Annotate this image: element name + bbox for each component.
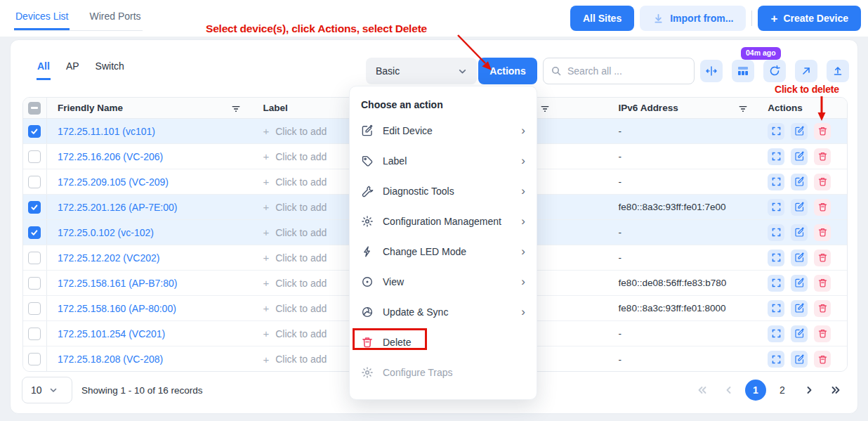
device-name-link[interactable]: 172.25.158.160 (AP-80:00) <box>58 303 176 314</box>
menu-item-view[interactable]: View› <box>350 266 537 297</box>
tab-all[interactable]: All <box>37 59 51 80</box>
add-label-button[interactable]: +Click to add <box>263 150 327 162</box>
plus-icon: + <box>263 252 269 264</box>
select-all-checkbox[interactable] <box>28 102 41 115</box>
menu-item-diagnostic-tools[interactable]: Diagnostic Tools› <box>350 176 537 206</box>
row-checkbox[interactable] <box>28 226 41 239</box>
actions-menu: Choose an action Edit Device›Label›Diagn… <box>349 86 537 400</box>
menu-item-update-sync[interactable]: Update & Sync› <box>350 297 537 327</box>
fullscreen-button[interactable] <box>768 224 784 241</box>
row-checkbox[interactable] <box>28 252 41 264</box>
import-from-button[interactable]: Import from... <box>640 6 746 31</box>
add-label-button[interactable]: +Click to add <box>263 277 327 289</box>
tab-wired-ports[interactable]: Wired Ports <box>88 9 142 30</box>
add-label-button[interactable]: +Click to add <box>263 176 327 188</box>
add-label-button[interactable]: +Click to add <box>263 354 327 365</box>
edit-device-button[interactable] <box>791 123 808 140</box>
device-name-link[interactable]: 172.25.101.254 (VC201) <box>58 328 165 339</box>
tab-switch[interactable]: Switch <box>95 59 125 80</box>
plus-icon: + <box>263 201 269 213</box>
filter-icon[interactable] <box>738 103 748 113</box>
page-1-button[interactable]: 1 <box>745 380 766 401</box>
refresh-button[interactable] <box>763 60 786 82</box>
add-label-button[interactable]: +Click to add <box>263 328 327 339</box>
row-checkbox[interactable] <box>28 150 41 163</box>
delete-device-button[interactable] <box>814 325 831 342</box>
menu-item-delete[interactable]: Delete <box>350 327 537 357</box>
actions-button[interactable]: Actions <box>478 58 537 84</box>
friendly-name-cell: 172.25.158.161 (AP-B7:80) <box>47 271 261 295</box>
edit-device-button[interactable] <box>791 325 808 342</box>
page-size-select[interactable]: 10 <box>22 377 72 403</box>
first-page-button[interactable] <box>692 380 713 401</box>
search-input[interactable] <box>567 65 695 77</box>
add-label-button[interactable]: +Click to add <box>263 125 327 137</box>
add-label-button[interactable]: +Click to add <box>263 201 327 213</box>
device-name-link[interactable]: 172.25.209.105 (VC-209) <box>58 176 169 188</box>
fullscreen-button[interactable] <box>768 174 784 190</box>
tab-ap[interactable]: AP <box>65 59 80 80</box>
filter-icon[interactable] <box>540 103 550 113</box>
edit-device-button[interactable] <box>791 250 808 266</box>
delete-device-button[interactable] <box>814 250 831 266</box>
fullscreen-button[interactable] <box>768 199 784 216</box>
open-external-button[interactable] <box>795 60 817 82</box>
fullscreen-button[interactable] <box>768 300 784 317</box>
add-label-button[interactable]: +Click to add <box>263 252 327 264</box>
row-checkbox[interactable] <box>28 277 41 290</box>
prev-page-button[interactable] <box>718 380 739 401</box>
menu-item-edit-device[interactable]: Edit Device› <box>350 115 537 145</box>
menu-item-configuration-management[interactable]: Configuration Management› <box>350 206 537 236</box>
fullscreen-button[interactable] <box>768 275 784 292</box>
device-name-link[interactable]: 172.25.0.102 (vc-102) <box>58 227 154 238</box>
row-checkbox[interactable] <box>28 201 41 214</box>
row-checkbox[interactable] <box>28 176 41 188</box>
row-checkbox[interactable] <box>28 302 41 315</box>
fullscreen-button[interactable] <box>768 325 784 342</box>
delete-device-button[interactable] <box>814 351 831 368</box>
edit-device-button[interactable] <box>791 224 808 241</box>
fullscreen-button[interactable] <box>768 250 784 266</box>
edit-device-button[interactable] <box>791 148 808 165</box>
add-label-button[interactable]: +Click to add <box>263 226 327 238</box>
device-name-link[interactable]: 172.25.201.126 (AP-7E:00) <box>58 202 177 213</box>
device-name-link[interactable]: 172.25.11.101 (vc101) <box>58 126 155 137</box>
columns-button[interactable] <box>732 60 754 82</box>
edit-device-button[interactable] <box>791 174 808 190</box>
fullscreen-button[interactable] <box>768 351 784 368</box>
device-name-link[interactable]: 172.25.16.206 (VC-206) <box>58 151 163 162</box>
delete-device-button[interactable] <box>814 123 831 140</box>
delete-device-button[interactable] <box>814 300 831 317</box>
fullscreen-button[interactable] <box>768 123 784 140</box>
row-checkbox[interactable] <box>28 328 41 340</box>
last-page-button[interactable] <box>825 380 846 401</box>
row-checkbox[interactable] <box>28 125 41 138</box>
column-resize-button[interactable] <box>700 60 723 82</box>
trash-icon <box>817 278 828 288</box>
filter-icon[interactable] <box>231 103 241 113</box>
edit-device-button[interactable] <box>791 351 808 368</box>
all-sites-button[interactable]: All Sites <box>570 6 634 31</box>
tab-devices-list[interactable]: Devices List <box>14 9 70 30</box>
delete-device-button[interactable] <box>814 148 831 165</box>
next-page-button[interactable] <box>798 380 820 401</box>
view-select[interactable]: Basic <box>366 58 477 84</box>
device-name-link[interactable]: 172.25.158.161 (AP-B7:80) <box>58 278 177 289</box>
export-button[interactable] <box>827 60 849 82</box>
edit-device-button[interactable] <box>791 300 808 317</box>
device-name-link[interactable]: 172.25.18.208 (VC-208) <box>58 354 163 365</box>
menu-item-label[interactable]: Label› <box>350 145 537 176</box>
menu-item-change-led-mode[interactable]: Change LED Mode› <box>350 236 537 266</box>
delete-device-button[interactable] <box>814 275 831 292</box>
page-2-button[interactable]: 2 <box>772 380 793 401</box>
create-device-button[interactable]: + Create Device <box>758 6 861 31</box>
edit-device-button[interactable] <box>791 275 808 292</box>
delete-device-button[interactable] <box>814 224 831 241</box>
row-checkbox[interactable] <box>28 353 41 365</box>
edit-device-button[interactable] <box>791 199 808 216</box>
delete-device-button[interactable] <box>814 199 831 216</box>
device-name-link[interactable]: 172.25.12.202 (VC202) <box>58 252 160 264</box>
fullscreen-button[interactable] <box>768 148 784 165</box>
delete-device-button[interactable] <box>814 174 831 190</box>
add-label-button[interactable]: +Click to add <box>263 302 327 314</box>
